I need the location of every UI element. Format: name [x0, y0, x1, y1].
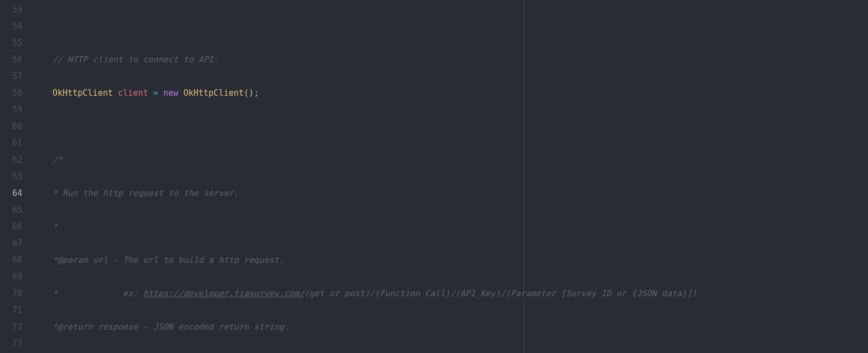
code-line[interactable] [32, 118, 868, 135]
comment: /* [52, 155, 62, 165]
comment-url: https://developer.tiasurvey.com/ [143, 288, 304, 298]
line-number: 55 [0, 35, 22, 51]
line-number: 57 [0, 68, 22, 85]
line-number: 63 [0, 168, 22, 185]
line-number: 54 [0, 18, 22, 35]
line-number: 68 [0, 252, 22, 268]
code-line[interactable]: * [32, 218, 868, 235]
keyword-token: new [163, 88, 178, 98]
line-number: 58 [0, 85, 22, 101]
variable-token: client [118, 88, 148, 98]
code-line[interactable]: // HTTP client to connect to API. [32, 51, 868, 68]
line-number: 62 [0, 151, 22, 168]
line-number: 56 [0, 51, 22, 68]
comment: // HTTP client to connect to API. [52, 55, 219, 65]
code-line[interactable]: *@param url - The url to build a http re… [32, 252, 868, 268]
code-line[interactable] [32, 18, 868, 35]
line-number: 60 [0, 118, 22, 135]
line-number: 61 [0, 135, 22, 151]
punct-token: ; [254, 88, 259, 98]
comment: *@return response - JSON encoded return … [52, 322, 289, 332]
code-line[interactable]: * Run the http request to the server. [32, 185, 868, 202]
code-line[interactable]: * ex: https://developer.tiasurvey.com/(g… [32, 285, 868, 302]
line-number: 72 [0, 318, 22, 335]
comment: * [52, 222, 57, 232]
line-number: 69 [0, 268, 22, 285]
type-token: OkHttpClient [183, 88, 244, 98]
line-number: 59 [0, 101, 22, 118]
paren-token: () [244, 88, 254, 98]
comment-text: (get or post)/(Function Call)/(API_Key)/… [304, 288, 697, 298]
line-number-gutter: 53 54 55 56 57 58 59 60 61 62 63 64 65 6… [0, 0, 32, 353]
line-number: 65 [0, 202, 22, 218]
comment: * ex: https://developer.tiasurvey.com/(g… [52, 288, 697, 298]
comment-text: * ex: [52, 288, 143, 298]
line-number: 53 [0, 1, 22, 18]
type-token: OkHttpClient [52, 88, 113, 98]
code-line[interactable]: OkHttpClient client = new OkHttpClient()… [32, 85, 868, 101]
line-number: 67 [0, 235, 22, 252]
operator-token: = [153, 88, 158, 98]
line-number: 66 [0, 218, 22, 235]
code-area[interactable]: // HTTP client to connect to API. OkHttp… [32, 0, 868, 353]
code-editor[interactable]: 53 54 55 56 57 58 59 60 61 62 63 64 65 6… [0, 0, 868, 353]
line-number: 71 [0, 302, 22, 318]
line-number-current: 64 [0, 185, 22, 202]
comment: * Run the http request to the server. [52, 188, 239, 198]
code-line[interactable]: *@return response - JSON encoded return … [32, 318, 868, 335]
line-number: 70 [0, 285, 22, 302]
comment: *@param url - The url to build a http re… [52, 255, 284, 265]
code-line[interactable]: /* [32, 151, 868, 168]
line-number: 73 [0, 335, 22, 352]
